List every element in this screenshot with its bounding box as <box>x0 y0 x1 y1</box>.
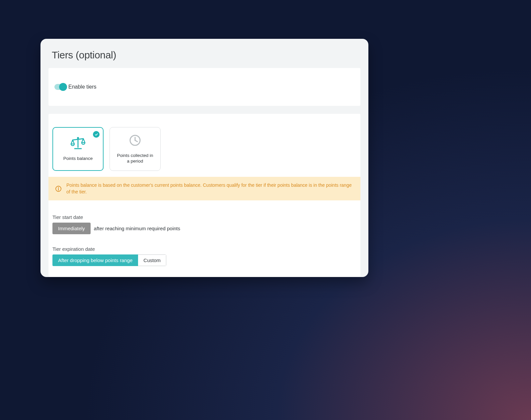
tier-expiration-custom-button[interactable]: Custom <box>138 254 166 266</box>
clock-icon <box>128 134 142 148</box>
option-points-balance-label: Points balance <box>63 156 93 162</box>
toggle-knob <box>59 83 67 91</box>
tier-mode-options: Points balance Points collected in a per… <box>52 127 357 171</box>
page-title: Tiers (optional) <box>40 39 368 68</box>
tiers-panel: Tiers (optional) Enable tiers <box>40 39 368 277</box>
selected-check-icon <box>93 131 100 138</box>
option-points-balance[interactable]: Points balance <box>52 127 104 171</box>
enable-tiers-label: Enable tiers <box>68 84 97 90</box>
tier-expiration-field: Tier expiration date After dropping belo… <box>52 246 357 266</box>
info-banner-text: Points balance is based on the customer'… <box>66 182 354 195</box>
tier-start-field: Tier start date Immediately after reachi… <box>52 214 357 234</box>
tier-expiration-after-dropping-button[interactable]: After dropping below points range <box>52 254 138 266</box>
tier-expiration-label: Tier expiration date <box>52 246 356 252</box>
tier-start-suffix: after reaching minimum required points <box>94 226 180 231</box>
scales-icon <box>70 137 86 151</box>
enable-tiers-card: Enable tiers <box>48 68 360 106</box>
info-icon <box>55 185 62 192</box>
svg-line-6 <box>135 140 137 142</box>
enable-tiers-toggle[interactable] <box>54 84 66 90</box>
tier-options-card: Points balance Points collected in a per… <box>48 114 360 277</box>
svg-point-2 <box>77 137 79 139</box>
option-points-period[interactable]: Points collected in a period <box>110 127 161 171</box>
option-points-period-label: Points collected in a period <box>115 153 155 164</box>
tier-start-immediately-button[interactable]: Immediately <box>52 223 91 234</box>
info-banner: Points balance is based on the customer'… <box>48 177 360 200</box>
tier-start-label: Tier start date <box>52 214 356 220</box>
svg-point-8 <box>58 187 59 188</box>
